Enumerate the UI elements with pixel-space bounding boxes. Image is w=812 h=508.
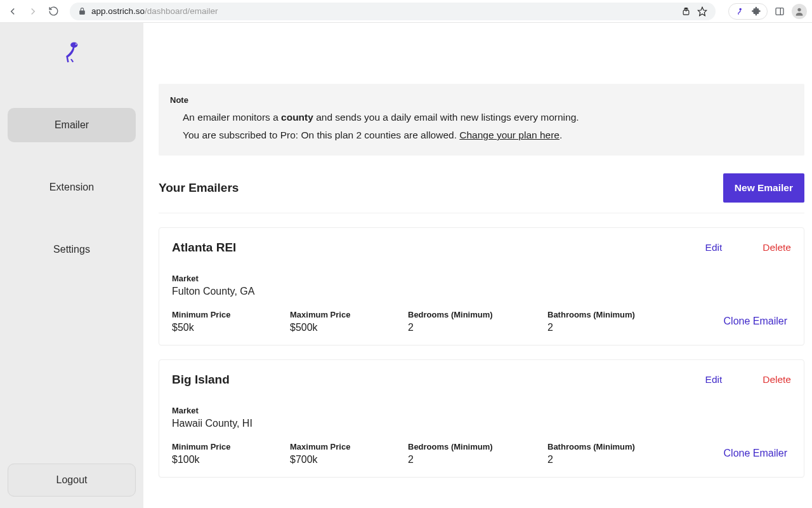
bedrooms-label: Bedrooms (Minimum): [408, 442, 547, 451]
panel-icon[interactable]: [774, 6, 785, 17]
svg-point-7: [75, 44, 77, 45]
extension-pill[interactable]: [728, 3, 768, 20]
sidebar-nav: Emailer Extension Settings: [8, 108, 136, 267]
svg-point-5: [797, 8, 801, 11]
market-value: Hawaii County, HI: [172, 418, 791, 429]
svg-rect-3: [776, 8, 783, 15]
logo[interactable]: [8, 38, 136, 83]
bathrooms-value: 2: [547, 322, 687, 333]
clone-link[interactable]: Clone Emailer: [724, 316, 791, 327]
max-price-value: $700k: [290, 454, 408, 465]
emailer-card: Big Island Edit Delete Market Hawaii Cou…: [159, 359, 804, 478]
bedrooms-label: Bedrooms (Minimum): [408, 310, 547, 319]
min-price-label: Minimum Price: [172, 442, 290, 451]
sidebar-item-settings[interactable]: Settings: [8, 232, 136, 267]
lock-icon: [77, 7, 86, 16]
svg-point-2: [739, 8, 742, 10]
clone-link[interactable]: Clone Emailer: [724, 448, 791, 459]
max-price-label: Maximum Price: [290, 310, 408, 319]
chrome-actions: [724, 3, 807, 20]
min-price-value: $100k: [172, 454, 290, 465]
edit-link[interactable]: Edit: [705, 374, 723, 385]
new-emailer-button[interactable]: New Emailer: [723, 173, 804, 203]
profile-avatar[interactable]: [792, 4, 807, 19]
bathrooms-label: Bathrooms (Minimum): [547, 310, 687, 319]
address-bar[interactable]: app.ostrich.so/dashboard/emailer: [70, 3, 716, 20]
bathrooms-value: 2: [547, 454, 687, 465]
sidebar-item-extension[interactable]: Extension: [8, 170, 136, 204]
app-shell: Emailer Extension Settings Logout Note A…: [0, 23, 812, 508]
bathrooms-label: Bathrooms (Minimum): [547, 442, 687, 451]
logout-button[interactable]: Logout: [8, 464, 136, 497]
emailer-name: Atlanta REI: [172, 241, 667, 255]
market-value: Fulton County, GA: [172, 286, 791, 297]
ostrich-ext-icon: [734, 6, 745, 17]
forward-button[interactable]: [25, 4, 41, 19]
delete-link[interactable]: Delete: [763, 242, 791, 253]
card-actions: Edit Delete: [667, 242, 791, 253]
browser-chrome: app.ostrich.so/dashboard/emailer: [0, 0, 812, 23]
max-price-label: Maximum Price: [290, 442, 408, 451]
delete-link[interactable]: Delete: [763, 374, 791, 385]
star-icon[interactable]: [697, 6, 708, 17]
section-title: Your Emailers: [159, 181, 239, 195]
emailer-name: Big Island: [172, 373, 667, 387]
note-title: Note: [170, 95, 793, 105]
sidebar-item-emailer[interactable]: Emailer: [8, 108, 136, 142]
note-box: Note An emailer monitors a county and se…: [159, 84, 804, 156]
reload-button[interactable]: [46, 4, 61, 19]
max-price-value: $500k: [290, 322, 408, 333]
extensions-icon: [750, 6, 762, 17]
edit-link[interactable]: Edit: [705, 242, 723, 253]
note-line-1: An emailer monitors a county and sends y…: [170, 109, 793, 126]
svg-marker-1: [698, 7, 706, 15]
bedrooms-value: 2: [408, 322, 547, 333]
note-line-2: You are subscribed to Pro: On this plan …: [170, 126, 793, 144]
share-icon[interactable]: [680, 6, 691, 17]
main-content: Note An emailer monitors a county and se…: [143, 23, 812, 508]
svg-point-6: [70, 42, 77, 48]
bedrooms-value: 2: [408, 454, 547, 465]
min-price-value: $50k: [172, 322, 290, 333]
sidebar: Emailer Extension Settings Logout: [0, 23, 143, 508]
card-actions: Edit Delete: [667, 374, 791, 385]
min-price-label: Minimum Price: [172, 310, 290, 319]
back-button[interactable]: [5, 4, 20, 19]
url-text: app.ostrich.so/dashboard/emailer: [91, 6, 218, 16]
section-header: Your Emailers New Emailer: [159, 173, 804, 213]
market-label: Market: [172, 274, 791, 283]
market-label: Market: [172, 406, 791, 415]
emailer-card: Atlanta REI Edit Delete Market Fulton Co…: [159, 227, 804, 345]
change-plan-link[interactable]: Change your plan here: [459, 130, 560, 140]
